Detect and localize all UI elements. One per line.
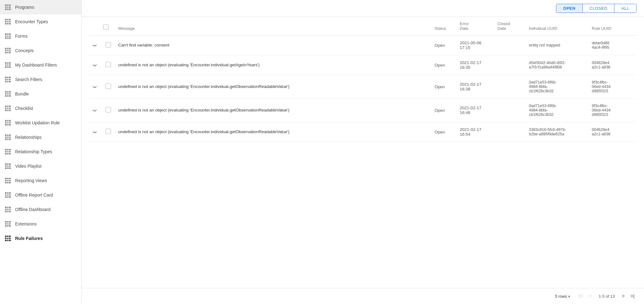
th-error-date: ErrorDate [457, 17, 495, 35]
sidebar-item-relationships[interactable]: Relationships [0, 130, 81, 144]
row-status: Open [432, 55, 457, 75]
row-closed-date [495, 55, 526, 75]
row-select-checkbox[interactable] [106, 107, 111, 112]
sidebar-item-label-checklist: Checklist [15, 106, 33, 111]
row-closed-date [495, 75, 526, 99]
sidebar-item-concepts[interactable]: Concepts [0, 43, 81, 58]
sidebar-item-forms[interactable]: Forms [0, 29, 81, 43]
row-select-checkbox[interactable] [106, 84, 111, 89]
grid-icon-my-dashboard-filters [5, 62, 11, 68]
grid-icon-worklist-updation-rule [5, 120, 11, 126]
sidebar: ProgramsEncounter TypesFormsConceptsMy D… [0, 0, 82, 304]
table-header-row: Message Status ErrorDate ClosedDate Indi… [89, 17, 636, 35]
row-status: Open [432, 122, 457, 142]
row-checkbox-0 [101, 35, 116, 55]
sidebar-item-programs[interactable]: Programs [0, 0, 81, 14]
sidebar-item-encounter-types[interactable]: Encounter Types [0, 14, 81, 29]
rows-per-page-selector: 5 rows [555, 294, 570, 299]
grid-icon-checklist [5, 106, 11, 111]
row-expand-2[interactable] [89, 75, 101, 99]
chevron-down-icon [93, 84, 97, 89]
row-checkbox-3 [101, 99, 116, 122]
sidebar-item-label-reporting-views: Reporting Views [15, 178, 47, 183]
sidebar-item-rule-failures[interactable]: Rule Failures [0, 231, 81, 246]
sidebar-item-label-extensions: Extensions [15, 221, 36, 226]
table-container: Message Status ErrorDate ClosedDate Indi… [82, 17, 644, 288]
row-message: undefined is not an object (evaluating '… [116, 55, 432, 75]
sidebar-item-offline-dashboard[interactable]: Offline Dashboard [0, 202, 81, 217]
grid-icon-offline-report-card [5, 192, 11, 198]
sidebar-item-worklist-updation-rule[interactable]: Worklist Updation Rule [0, 116, 81, 130]
prev-page-button[interactable]: < [587, 292, 593, 300]
table-row: undefined is not an object (evaluating '… [89, 55, 636, 75]
grid-icon-rule-failures [5, 236, 11, 241]
sidebar-item-label-relationships: Relationships [15, 135, 42, 140]
filter-closed-button[interactable]: CLOSED [583, 4, 614, 13]
chevron-down-icon [93, 63, 97, 68]
sidebar-item-label-worklist-updation-rule: Worklist Updation Rule [15, 120, 60, 125]
row-expand-3[interactable] [89, 99, 101, 122]
row-rule-uuid: 004628e4 a2c1-a838 [589, 55, 636, 75]
grid-icon-concepts [5, 48, 11, 53]
row-status: Open [432, 75, 457, 99]
th-closed-date: ClosedDate [495, 17, 526, 35]
row-closed-date [495, 122, 526, 142]
select-all-checkbox[interactable] [103, 24, 108, 30]
filter-all-button[interactable]: ALL [614, 4, 636, 13]
sidebar-item-reporting-views[interactable]: Reporting Views [0, 173, 81, 188]
grid-icon-extensions [5, 221, 11, 227]
grid-icon-forms [5, 33, 11, 39]
chevron-down-icon [93, 130, 97, 134]
th-status: Status [432, 17, 457, 35]
row-message: Can't find variable: consent [116, 35, 432, 55]
grid-icon-relationships [5, 134, 11, 140]
th-message: Message [116, 17, 432, 35]
th-rule-uuid: Rule UUID [589, 17, 636, 35]
row-select-checkbox[interactable] [106, 42, 111, 47]
sidebar-item-extensions[interactable]: Extensions [0, 217, 81, 231]
grid-icon-search-filters [5, 77, 11, 82]
sidebar-item-checklist[interactable]: Checklist [0, 101, 81, 116]
sidebar-item-video-playlist[interactable]: Video Playlist [0, 159, 81, 173]
sidebar-item-bundle[interactable]: Bundle [0, 87, 81, 101]
sidebar-item-my-dashboard-filters[interactable]: My Dashboard Filters [0, 58, 81, 72]
sidebar-item-search-filters[interactable]: Search Filters [0, 72, 81, 87]
row-expand-0[interactable] [89, 35, 101, 55]
row-rule-uuid: 004628e4 a2c1-a838 [589, 122, 636, 142]
th-expand [89, 17, 101, 35]
row-select-checkbox[interactable] [106, 129, 111, 134]
row-status: Open [432, 35, 457, 55]
chevron-down-icon [93, 108, 97, 113]
grid-icon-programs [5, 4, 11, 10]
next-page-button[interactable]: > [620, 292, 626, 300]
chevron-down-icon [93, 43, 97, 48]
row-rule-uuid: 9f3c4fbc- 06ed-4434 d985f315 [589, 99, 636, 122]
rows-select[interactable]: 5 rows [555, 294, 570, 299]
table-row: Can't find variable: consentOpen2021-05-… [89, 35, 636, 55]
page-info-label: 1-5 of 13 [599, 294, 615, 299]
table-row: undefined is not an object (evaluating '… [89, 99, 636, 122]
table-row: undefined is not an object (evaluating '… [89, 75, 636, 99]
filter-open-button[interactable]: OPEN [556, 4, 583, 13]
last-page-button[interactable]: >| [629, 292, 637, 300]
row-expand-1[interactable] [89, 55, 101, 75]
row-select-checkbox[interactable] [106, 62, 111, 67]
row-error-date: 2021-05-06 17:15 [457, 35, 495, 55]
row-rule-uuid: debe0d88 4ac4-9f95 [589, 35, 636, 55]
sidebar-item-relationship-types[interactable]: Relationship Types [0, 144, 81, 159]
pagination-bar: 5 rows |< < 1-5 of 13 > >| [82, 288, 644, 304]
grid-icon-encounter-types [5, 19, 11, 24]
sidebar-item-label-encounter-types: Encounter Types [15, 19, 48, 24]
row-expand-4[interactable] [89, 122, 101, 142]
row-message: undefined is not an object (evaluating '… [116, 99, 432, 122]
row-individual-uuid: d5ef30d2-4bd0-40f2- a7f3-f1a99a448f08 [526, 55, 589, 75]
row-closed-date [495, 35, 526, 55]
sidebar-item-offline-report-card[interactable]: Offline Report Card [0, 188, 81, 202]
table-row: undefined is not an object (evaluating '… [89, 122, 636, 142]
row-status: Open [432, 99, 457, 122]
sidebar-item-label-search-filters: Search Filters [15, 77, 42, 82]
row-rule-uuid: 9f3c4fbc- 06ed-4434 d985f315 [589, 75, 636, 99]
filter-button-group: OPEN CLOSED ALL [556, 4, 636, 13]
sidebar-item-label-rule-failures: Rule Failures [15, 236, 43, 241]
first-page-button[interactable]: |< [577, 292, 585, 300]
